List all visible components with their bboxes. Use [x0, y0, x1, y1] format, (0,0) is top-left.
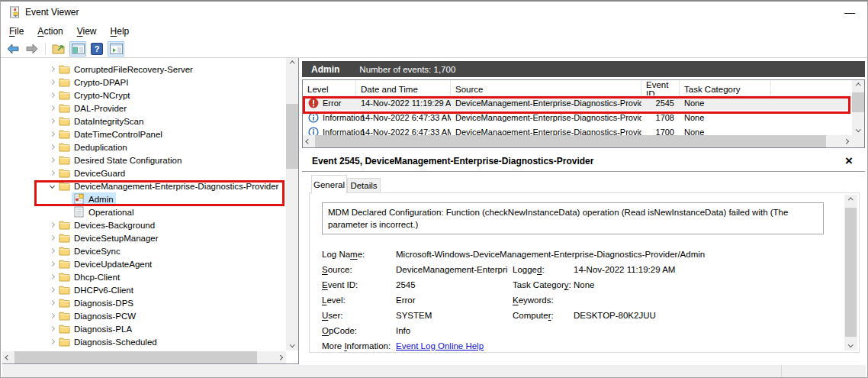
tree-item-diagnosis-dps[interactable]: Diagnosis-DPS: [2, 296, 285, 309]
event-log-online-help-link[interactable]: Event Log Online Help: [396, 341, 513, 351]
bottom-strip-divider: [781, 365, 782, 377]
chevron-right-icon[interactable]: [49, 222, 54, 228]
list-vscroll-thumb[interactable]: [852, 92, 864, 112]
back-arrow-icon[interactable]: [5, 41, 21, 57]
chevron-right-icon[interactable]: [49, 300, 54, 305]
scroll-up-icon[interactable]: [852, 80, 864, 92]
menu-view[interactable]: View: [70, 24, 104, 39]
event-row-2545[interactable]: Error14-Nov-2022 11:19:29 AMDeviceManage…: [303, 95, 852, 110]
tree-item-devices-background[interactable]: Devices-Background: [2, 218, 285, 231]
scroll-left-icon[interactable]: [303, 135, 314, 147]
log-admin-icon: [72, 193, 85, 205]
tab-details[interactable]: Details: [347, 178, 381, 193]
chevron-right-icon[interactable]: [49, 131, 54, 137]
menu-action[interactable]: Action: [31, 24, 69, 39]
show-action-pane-icon[interactable]: [108, 41, 124, 57]
tree-item-dhcpv6-client[interactable]: DHCPv6-Client: [2, 283, 285, 296]
chevron-right-icon[interactable]: [49, 248, 54, 254]
field-row-event-id: Event ID:2545Task Category:None: [322, 277, 841, 292]
tree-horizontal-scrollbar[interactable]: [2, 351, 286, 363]
event-row-1708[interactable]: Information14-Nov-2022 6:47:33 AMDeviceM…: [303, 110, 852, 124]
scroll-up-icon[interactable]: [844, 195, 857, 206]
tree-item-diagnosis-scheduled[interactable]: Diagnosis-Scheduled: [2, 335, 285, 348]
scroll-right-icon[interactable]: [841, 135, 852, 147]
list-hscroll-thumb[interactable]: [315, 135, 826, 147]
tree-item-corruptedfilerecovery-server[interactable]: CorruptedFileRecovery-Server: [2, 63, 285, 76]
title-bar: Event Viewer —: [1, 2, 867, 23]
event-row-1700[interactable]: Information14-Nov-2022 6:47:33 AMDeviceM…: [303, 124, 852, 135]
chevron-right-icon[interactable]: [49, 66, 54, 72]
scroll-left-icon[interactable]: [2, 351, 14, 363]
chevron-down-icon[interactable]: [49, 183, 54, 189]
export-log-icon[interactable]: [50, 41, 67, 57]
event-id-cell: 1700: [641, 128, 680, 136]
list-horizontal-scrollbar[interactable]: [303, 135, 852, 147]
tree-item-crypto-ncrypt[interactable]: Crypto-NCrypt: [2, 89, 285, 102]
minimize-button[interactable]: —: [832, 2, 867, 23]
svg-text:?: ?: [95, 44, 100, 53]
chevron-right-icon[interactable]: [49, 274, 54, 279]
tree-item-desired-state-configuration[interactable]: Desired State Configuration: [2, 153, 285, 166]
tree-item-label: Admin: [88, 195, 114, 204]
tree-item-datetimecontrolpanel[interactable]: DateTimeControlPanel: [2, 128, 285, 141]
chevron-right-icon[interactable]: [49, 92, 54, 98]
detail-vscroll-thumb[interactable]: [845, 208, 857, 337]
menu-help[interactable]: Help: [104, 24, 137, 39]
forward-arrow-icon[interactable]: [24, 41, 40, 57]
tree-item-devicesetupmanager[interactable]: DeviceSetupManager: [2, 231, 285, 244]
scroll-up-icon[interactable]: [286, 58, 298, 69]
tree-item-item[interactable]: [2, 348, 285, 351]
tree-item-diagnosis-pla[interactable]: Diagnosis-PLA: [2, 322, 285, 335]
tree-item-dataintegrityscan[interactable]: DataIntegrityScan: [2, 115, 285, 128]
detail-vertical-scrollbar[interactable]: [844, 195, 857, 351]
scroll-down-icon[interactable]: [852, 124, 864, 135]
tree-item-devicesync[interactable]: DeviceSync: [2, 244, 285, 257]
field-value: Microsoft-Windows-DeviceManagement-Enter…: [396, 250, 841, 259]
show-console-tree-icon[interactable]: [69, 41, 86, 57]
scroll-right-icon[interactable]: [275, 351, 286, 363]
tree-hscroll-thumb[interactable]: [14, 351, 257, 363]
folder-icon: [58, 337, 70, 347]
tree-item-diagnosis-pcw[interactable]: Diagnosis-PCW: [2, 309, 285, 322]
tree-item-label: Deduplication: [74, 143, 127, 152]
tab-general[interactable]: General: [311, 175, 347, 193]
tree-item-label: Dhcp-Client: [74, 273, 120, 282]
task-category-cell: None: [680, 128, 771, 136]
field-row-source: Source:DeviceManagement-EnterpriLogged:1…: [322, 262, 841, 277]
tree-item-admin[interactable]: Admin: [2, 192, 285, 205]
chevron-right-icon[interactable]: [49, 326, 54, 331]
tree-item-deduplication[interactable]: Deduplication: [2, 141, 285, 153]
scroll-down-icon[interactable]: [844, 339, 857, 351]
chevron-right-icon[interactable]: [49, 170, 54, 176]
chevron-right-icon[interactable]: [49, 144, 54, 150]
tree-item-dhcp-client[interactable]: Dhcp-Client: [2, 270, 285, 283]
chevron-right-icon[interactable]: [49, 105, 54, 111]
field-row-opcode: OpCode:Info: [322, 323, 841, 338]
help-icon[interactable]: ?: [88, 41, 105, 57]
tree-item-operational[interactable]: Operational: [2, 205, 285, 218]
tree-item-crypto-dpapi[interactable]: Crypto-DPAPI: [2, 76, 285, 89]
menu-file[interactable]: File: [2, 24, 31, 39]
tree-item-deviceguard[interactable]: DeviceGuard: [2, 166, 285, 179]
chevron-right-icon[interactable]: [49, 235, 54, 241]
tree-item-deviceupdateagent[interactable]: DeviceUpdateAgent: [2, 257, 285, 270]
close-icon[interactable]: ×: [841, 153, 857, 169]
scroll-down-icon[interactable]: [286, 339, 298, 351]
events-list-panel: LevelDate and TimeSourceEvent IDTask Cat…: [302, 79, 865, 148]
chevron-right-icon[interactable]: [49, 261, 54, 267]
chevron-right-icon[interactable]: [49, 313, 54, 318]
folder-icon: [58, 311, 70, 321]
tree-vscroll-thumb[interactable]: [286, 104, 298, 169]
tree-vertical-scrollbar[interactable]: [286, 58, 298, 351]
chevron-right-icon[interactable]: [49, 287, 54, 292]
chevron-right-icon[interactable]: [49, 157, 54, 163]
tree-item-devicemanagement-enterprise-diagnostics-provider[interactable]: DeviceManagement-Enterprise-Diagnostics-…: [2, 179, 285, 192]
error-icon: [307, 98, 320, 108]
folder-icon: [58, 246, 70, 256]
chevron-right-icon[interactable]: [49, 339, 54, 344]
field-label: Keywords:: [513, 296, 574, 305]
chevron-right-icon[interactable]: [49, 79, 54, 85]
list-vertical-scrollbar[interactable]: [852, 80, 864, 135]
tree-item-dal-provider[interactable]: DAL-Provider: [2, 102, 285, 115]
chevron-right-icon[interactable]: [49, 118, 54, 124]
